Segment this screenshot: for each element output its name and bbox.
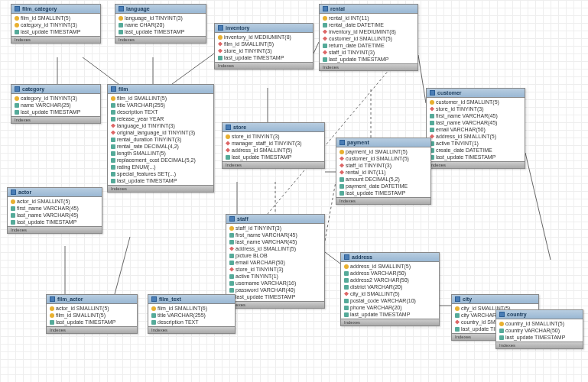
table-film_text[interactable]: film_textfilm_id SMALLINT(6)title VARCHA… xyxy=(148,294,236,334)
column-row[interactable]: country VARCHAR(50) xyxy=(496,327,583,334)
indexes-footer[interactable]: Indexes xyxy=(496,342,583,348)
indexes-footer[interactable]: Indexes xyxy=(341,319,439,325)
column-row[interactable]: picture BLOB xyxy=(226,252,324,259)
column-row[interactable]: amount DECIMAL(5,2) xyxy=(336,176,430,183)
column-row[interactable]: customer_id SMALLINT(5) xyxy=(427,99,525,105)
column-row[interactable]: original_language_id TINYINT(3) xyxy=(108,129,213,136)
column-row[interactable]: rental_id INT(11) xyxy=(320,15,417,21)
column-row[interactable]: film_id SMALLINT(5) xyxy=(108,95,213,102)
table-header[interactable]: rental xyxy=(320,5,417,14)
column-row[interactable]: description TEXT xyxy=(108,108,213,115)
table-header[interactable]: payment xyxy=(336,138,430,147)
column-row[interactable]: staff_id TINYINT(3) xyxy=(320,49,417,56)
indexes-footer[interactable]: Indexes xyxy=(11,36,100,43)
indexes-footer[interactable]: Indexes xyxy=(115,36,206,43)
table-header[interactable]: film xyxy=(108,85,213,94)
column-row[interactable]: category_id TINYINT(3) xyxy=(11,95,100,102)
column-row[interactable]: password VARCHAR(40) xyxy=(226,286,324,293)
column-row[interactable]: last_update TIMESTAMP xyxy=(215,54,313,61)
column-row[interactable]: last_name VARCHAR(45) xyxy=(226,238,324,245)
column-row[interactable]: last_update TIMESTAMP xyxy=(341,311,439,318)
column-row[interactable]: rental_date DATETIME xyxy=(320,21,417,28)
table-store[interactable]: storestore_id TINYINT(3)manager_staff_id… xyxy=(222,122,325,169)
column-row[interactable]: address2 VARCHAR(50) xyxy=(341,277,439,283)
table-payment[interactable]: paymentpayment_id SMALLINT(5)customer_id… xyxy=(336,138,431,205)
column-row[interactable]: first_name VARCHAR(45) xyxy=(226,231,324,238)
column-row[interactable]: inventory_id MEDIUMINT(8) xyxy=(215,34,313,40)
table-header[interactable]: city xyxy=(452,295,538,304)
indexes-footer[interactable]: Indexes xyxy=(148,326,235,333)
column-row[interactable]: length SMALLINT(5) xyxy=(108,150,213,157)
indexes-footer[interactable]: Indexes xyxy=(215,62,313,69)
indexes-footer[interactable]: Indexes xyxy=(336,197,430,204)
column-row[interactable]: name VARCHAR(25) xyxy=(11,102,100,108)
column-row[interactable]: film_id SMALLINT(5) xyxy=(47,312,137,319)
column-row[interactable]: replacement_cost DECIMAL(5,2) xyxy=(108,157,213,163)
table-address[interactable]: addressaddress_id SMALLINT(5)address VAR… xyxy=(340,252,440,326)
table-header[interactable]: customer xyxy=(427,89,525,98)
column-row[interactable]: last_name VARCHAR(45) xyxy=(8,212,102,219)
column-row[interactable]: last_update TIMESTAMP xyxy=(11,108,100,115)
table-header[interactable]: country xyxy=(496,310,583,319)
column-row[interactable]: first_name VARCHAR(45) xyxy=(427,112,525,119)
column-row[interactable]: rental_id INT(11) xyxy=(336,169,430,176)
column-row[interactable]: staff_id TINYINT(3) xyxy=(336,162,430,169)
table-rental[interactable]: rentalrental_id INT(11)rental_date DATET… xyxy=(319,4,418,71)
column-row[interactable]: email VARCHAR(50) xyxy=(226,259,324,266)
table-category[interactable]: categorycategory_id TINYINT(3)name VARCH… xyxy=(11,84,101,124)
column-row[interactable]: address_id SMALLINT(5) xyxy=(223,147,324,154)
column-row[interactable]: language_id TINYINT(3) xyxy=(108,122,213,129)
table-header[interactable]: staff xyxy=(226,215,324,224)
table-actor[interactable]: actoractor_id SMALLINT(5)first_name VARC… xyxy=(7,187,102,234)
column-row[interactable]: special_features SET(...) xyxy=(108,170,213,177)
column-row[interactable]: last_update TIMESTAMP xyxy=(223,154,324,160)
column-row[interactable]: category_id TINYINT(3) xyxy=(11,21,100,28)
column-row[interactable]: return_date DATETIME xyxy=(320,42,417,49)
table-header[interactable]: film_text xyxy=(148,295,235,304)
column-row[interactable]: customer_id SMALLINT(5) xyxy=(336,155,430,162)
column-row[interactable]: address_id SMALLINT(5) xyxy=(226,245,324,252)
column-row[interactable]: postal_code VARCHAR(10) xyxy=(341,297,439,304)
column-row[interactable]: active TINYINT(1) xyxy=(427,140,525,147)
column-row[interactable]: film_id SMALLINT(6) xyxy=(148,305,235,312)
column-row[interactable]: last_update TIMESTAMP xyxy=(496,334,583,341)
table-header[interactable]: film_actor xyxy=(47,295,137,304)
indexes-footer[interactable]: Indexes xyxy=(11,116,100,123)
column-row[interactable]: store_id TINYINT(3) xyxy=(215,47,313,54)
column-row[interactable]: address_id SMALLINT(5) xyxy=(427,133,525,140)
indexes-footer[interactable]: Indexes xyxy=(108,185,213,192)
column-row[interactable]: last_update TIMESTAMP xyxy=(226,293,324,300)
table-header[interactable]: address xyxy=(341,253,439,262)
column-row[interactable]: last_update TIMESTAMP xyxy=(47,319,137,325)
column-row[interactable]: film_id SMALLINT(5) xyxy=(11,15,100,21)
table-film_actor[interactable]: film_actoractor_id SMALLINT(5)film_id SM… xyxy=(46,294,138,334)
indexes-footer[interactable]: Indexes xyxy=(47,326,137,333)
column-row[interactable]: last_update TIMESTAMP xyxy=(320,56,417,63)
column-row[interactable]: last_update TIMESTAMP xyxy=(108,177,213,184)
column-row[interactable]: first_name VARCHAR(45) xyxy=(8,205,102,212)
column-row[interactable]: last_update TIMESTAMP xyxy=(115,28,206,35)
column-row[interactable]: manager_staff_id TINYINT(3) xyxy=(223,140,324,147)
table-header[interactable]: category xyxy=(11,85,100,94)
column-row[interactable]: actor_id SMALLINT(5) xyxy=(8,198,102,205)
column-row[interactable]: last_update TIMESTAMP xyxy=(8,219,102,225)
table-header[interactable]: inventory xyxy=(215,24,313,33)
column-row[interactable]: address VARCHAR(50) xyxy=(341,270,439,277)
column-row[interactable]: actor_id SMALLINT(5) xyxy=(47,305,137,312)
column-row[interactable]: phone VARCHAR(20) xyxy=(341,304,439,311)
column-row[interactable]: staff_id TINYINT(3) xyxy=(226,225,324,231)
column-row[interactable]: rental_rate DECIMAL(4,2) xyxy=(108,143,213,150)
column-row[interactable]: country_id SMALLINT(5) xyxy=(496,320,583,327)
column-row[interactable]: film_id SMALLINT(5) xyxy=(215,40,313,47)
column-row[interactable]: payment_id SMALLINT(5) xyxy=(336,148,430,155)
indexes-footer[interactable]: Indexes xyxy=(226,301,324,308)
table-header[interactable]: language xyxy=(115,5,206,14)
table-customer[interactable]: customercustomer_id SMALLINT(5)store_id … xyxy=(426,88,525,169)
column-row[interactable]: city_id SMALLINT(5) xyxy=(341,290,439,297)
column-row[interactable]: language_id TINYINT(3) xyxy=(115,15,206,21)
column-row[interactable]: create_date DATETIME xyxy=(427,147,525,154)
table-inventory[interactable]: inventoryinventory_id MEDIUMINT(8)film_i… xyxy=(214,23,313,70)
column-row[interactable]: email VARCHAR(50) xyxy=(427,126,525,133)
column-row[interactable]: last_update TIMESTAMP xyxy=(336,189,430,196)
table-film_category[interactable]: film_categoryfilm_id SMALLINT(5)category… xyxy=(11,4,101,44)
